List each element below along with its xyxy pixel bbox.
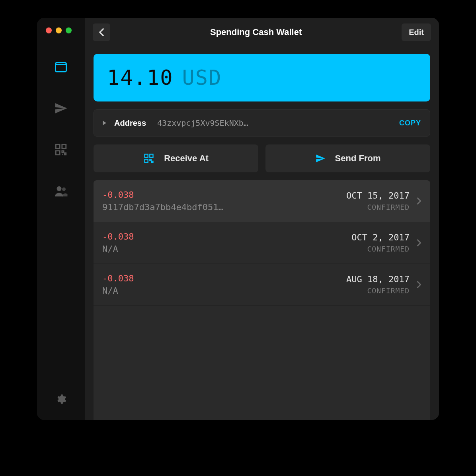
maximize-window-icon[interactable] [66,27,72,33]
tx-hash: 9117db7d3a7bb4e4bdf051… [102,202,254,212]
svg-rect-6 [145,154,148,158]
sidebar-item-receive[interactable] [51,140,70,159]
app-window: Spending Cash Wallet Edit 14.10 USD Addr… [37,18,439,420]
svg-rect-8 [145,159,148,162]
tx-status: CONFIRMED [346,203,410,211]
sidebar-item-settings[interactable] [51,390,70,409]
tx-amount: -0.038 [102,273,339,283]
tx-status: CONFIRMED [346,287,410,295]
edit-button[interactable]: Edit [402,23,431,41]
qr-icon [143,153,154,164]
tx-date: AUG 18, 2017 [346,274,410,284]
svg-point-4 [57,186,62,191]
tx-date: OCT 2, 2017 [351,232,410,242]
back-button[interactable] [93,23,110,41]
transaction-list: -0.038 9117db7d3a7bb4e4bdf051… OCT 15, 2… [94,180,430,420]
content: 14.10 USD Address 43zxvpcj5Xv9SEkNXb… CO… [85,47,439,420]
main-panel: Spending Cash Wallet Edit 14.10 USD Addr… [85,18,439,420]
transaction-row[interactable]: -0.038 N/A AUG 18, 2017 CONFIRMED [94,264,430,306]
tx-hash: N/A [102,286,254,296]
balance-card: 14.10 USD [94,54,430,101]
close-window-icon[interactable] [46,27,52,33]
topbar: Spending Cash Wallet Edit [85,18,439,47]
gear-icon [55,394,66,405]
receive-button[interactable]: Receive At [94,144,258,172]
tx-hash: N/A [102,244,254,254]
action-row: Receive At Send From [94,144,430,172]
chevron-left-icon [99,28,104,37]
contacts-icon [54,184,68,198]
transaction-row[interactable]: -0.038 9117db7d3a7bb4e4bdf051… OCT 15, 2… [94,180,430,222]
sidebar-item-wallet[interactable] [51,57,70,76]
page-title: Spending Cash Wallet [117,27,395,37]
send-button[interactable]: Send From [265,144,430,172]
send-label: Send From [335,153,381,164]
balance-currency: USD [182,66,222,90]
expand-icon [103,121,106,125]
minimize-window-icon[interactable] [56,27,62,33]
receive-label: Receive At [164,153,209,164]
svg-rect-7 [150,154,153,158]
tx-amount: -0.038 [102,190,339,200]
chevron-right-icon [417,197,421,205]
chevron-right-icon [417,239,421,247]
window-controls [37,27,72,33]
svg-rect-1 [56,144,60,148]
sidebar-item-send[interactable] [51,99,70,118]
svg-rect-2 [62,144,66,148]
address-label: Address [114,119,146,128]
svg-rect-3 [56,151,60,155]
chevron-right-icon [417,281,421,289]
svg-point-5 [62,187,66,191]
address-row[interactable]: Address 43zxvpcj5Xv9SEkNXb… COPY [94,109,430,137]
copy-button[interactable]: COPY [399,119,421,127]
send-icon [54,101,68,115]
wallet-icon [54,60,68,74]
tx-amount: -0.038 [102,232,344,242]
transaction-row[interactable]: -0.038 N/A OCT 2, 2017 CONFIRMED [94,222,430,264]
address-value: 43zxvpcj5Xv9SEkNXb… [157,118,270,128]
sidebar [37,18,85,420]
send-icon [315,153,326,164]
qr-icon [54,143,68,156]
tx-status: CONFIRMED [351,245,410,253]
balance-amount: 14.10 [107,66,174,90]
sidebar-nav [51,57,70,390]
sidebar-item-contacts[interactable] [51,181,70,201]
tx-date: OCT 15, 2017 [346,191,410,201]
